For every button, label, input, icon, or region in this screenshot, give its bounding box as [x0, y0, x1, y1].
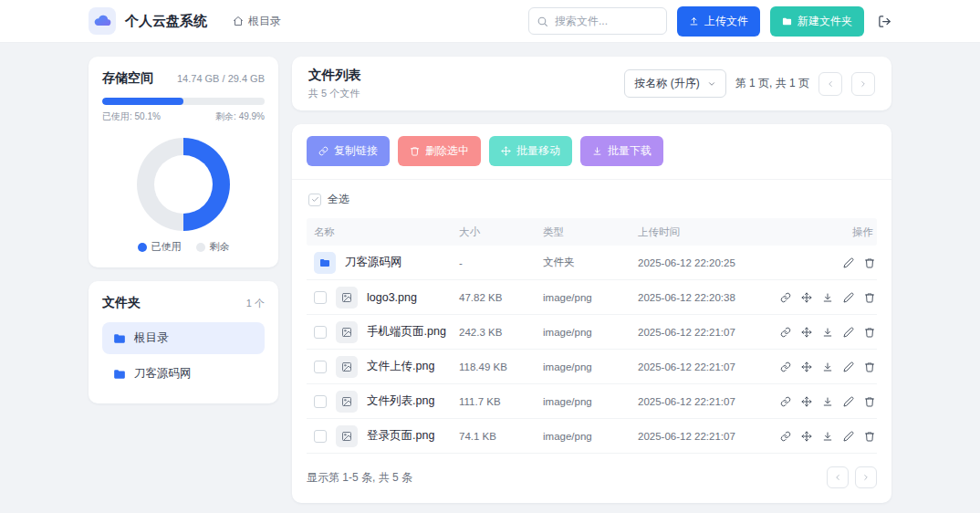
table-row[interactable]: 文件上传.png 118.49 KB image/png 2025-06-12 …: [307, 350, 877, 384]
edit-action-icon[interactable]: [843, 257, 854, 268]
sidebar-folder-item[interactable]: 根目录: [102, 322, 265, 354]
storage-title: 存储空间: [102, 70, 153, 87]
copy-link-action-icon[interactable]: [780, 396, 791, 407]
move-action-icon[interactable]: [801, 361, 812, 372]
legend-used-dot: [138, 243, 147, 252]
sidebar-folder-item[interactable]: 刀客源码网: [102, 358, 265, 390]
search-input[interactable]: [528, 7, 667, 35]
copy-link-button[interactable]: 复制链接: [307, 136, 390, 166]
copy-link-action-icon[interactable]: [780, 327, 791, 338]
row-checkbox[interactable]: [314, 395, 327, 408]
delete-selected-button[interactable]: 删除选中: [398, 136, 481, 166]
table-row[interactable]: 手机端页面.png 242.3 KB image/png 2025-06-12 …: [307, 315, 877, 350]
storage-progress-bar: [102, 98, 265, 105]
file-type: image/png: [543, 396, 638, 407]
row-checkbox[interactable]: [314, 361, 327, 373]
file-name[interactable]: 手机端页面.png: [367, 324, 446, 340]
edit-action-icon[interactable]: [843, 431, 854, 442]
select-all-checkbox[interactable]: [308, 194, 321, 206]
legend-free: 剩余: [196, 240, 230, 254]
table-row[interactable]: 登录页面.png 74.1 KB image/png 2025-06-12 22…: [307, 419, 877, 454]
batch-move-label: 批量移动: [516, 143, 560, 159]
breadcrumb[interactable]: 根目录: [233, 14, 281, 29]
file-name[interactable]: logo3.png: [367, 291, 417, 304]
copy-link-label: 复制链接: [334, 143, 378, 159]
file-type: image/png: [543, 361, 638, 372]
file-size: 242.3 KB: [459, 327, 543, 338]
logout-icon[interactable]: [878, 15, 891, 28]
folder-item-label: 根目录: [134, 330, 169, 346]
table-row[interactable]: 文件列表.png 111.7 KB image/png 2025-06-12 2…: [307, 384, 877, 419]
file-uploaded: 2025-06-12 22:20:25: [638, 257, 793, 268]
breadcrumb-label: 根目录: [248, 14, 281, 29]
pagination-summary: 显示第 1-5 条, 共 5 条: [307, 470, 412, 486]
edit-action-icon[interactable]: [843, 396, 854, 407]
chevron-left-icon: [833, 473, 842, 482]
image-type-icon: [336, 321, 358, 343]
batch-move-button[interactable]: 批量移动: [489, 136, 572, 166]
top-bar: 个人云盘系统 根目录 上传文件 新建文件夹: [0, 0, 980, 43]
delete-action-icon[interactable]: [864, 361, 875, 372]
file-type: image/png: [543, 292, 638, 303]
upload-file-button[interactable]: 上传文件: [677, 6, 760, 37]
download-action-icon[interactable]: [822, 431, 833, 442]
delete-selected-label: 删除选中: [425, 143, 469, 159]
copy-link-action-icon[interactable]: [780, 292, 791, 303]
batch-download-button[interactable]: 批量下载: [580, 136, 663, 166]
folder-type-icon: [314, 252, 336, 274]
file-name[interactable]: 文件列表.png: [367, 393, 434, 409]
prev-page-button-bottom[interactable]: [827, 466, 849, 488]
table-row[interactable]: logo3.png 47.82 KB image/png 2025-06-12 …: [307, 280, 877, 315]
check-icon: [311, 195, 319, 204]
delete-action-icon[interactable]: [864, 327, 875, 338]
move-action-icon[interactable]: [801, 292, 812, 303]
delete-action-icon[interactable]: [864, 292, 875, 303]
chevron-down-icon: [707, 79, 716, 89]
legend-used: 已使用: [138, 240, 182, 254]
delete-action-icon[interactable]: [864, 257, 875, 268]
file-type: image/png: [543, 327, 638, 338]
prev-page-button[interactable]: [818, 72, 842, 96]
move-action-icon[interactable]: [801, 396, 812, 407]
chevron-right-icon: [861, 473, 871, 482]
edit-action-icon[interactable]: [843, 327, 854, 338]
table-row[interactable]: 刀客源码网 - 文件夹 2025-06-12 22:20:25: [307, 246, 877, 280]
file-uploaded: 2025-06-12 22:21:07: [638, 361, 793, 372]
sort-select[interactable]: 按名称 (升序): [624, 69, 725, 98]
chevron-left-icon: [826, 79, 835, 89]
file-name[interactable]: 文件上传.png: [367, 359, 434, 374]
row-checkbox[interactable]: [314, 430, 327, 443]
image-type-icon: [336, 425, 358, 447]
row-checkbox[interactable]: [314, 291, 327, 304]
folder-item-label: 刀客源码网: [134, 366, 192, 382]
move-action-icon[interactable]: [801, 431, 812, 442]
copy-link-action-icon[interactable]: [780, 361, 791, 372]
file-name[interactable]: 刀客源码网: [345, 255, 402, 270]
storage-used-label: 已使用: 50.1%: [102, 110, 161, 123]
next-page-button[interactable]: [851, 72, 875, 96]
file-uploaded: 2025-06-12 22:21:07: [638, 327, 793, 338]
file-list-panel: 复制链接删除选中批量移动批量下载 全选 名称 大小 类型 上传时间 操作: [292, 124, 891, 503]
copy-link-action-icon[interactable]: [780, 431, 791, 442]
delete-action-icon[interactable]: [864, 431, 875, 442]
file-list-title: 文件列表: [308, 67, 361, 84]
download-action-icon[interactable]: [822, 396, 833, 407]
app-title: 个人云盘系统: [125, 13, 207, 30]
download-action-icon[interactable]: [822, 327, 833, 338]
file-name[interactable]: 登录页面.png: [367, 428, 434, 444]
delete-action-icon[interactable]: [864, 396, 875, 407]
file-size: 47.82 KB: [459, 292, 543, 303]
download-action-icon[interactable]: [822, 292, 833, 303]
move-action-icon[interactable]: [801, 327, 812, 338]
select-all-row: 全选: [307, 180, 877, 218]
storage-donut-chart: [137, 138, 230, 231]
edit-action-icon[interactable]: [843, 292, 854, 303]
edit-action-icon[interactable]: [843, 361, 854, 372]
upload-icon: [689, 16, 699, 26]
download-action-icon[interactable]: [822, 361, 833, 372]
file-size: 111.7 KB: [459, 396, 543, 407]
next-page-button-bottom[interactable]: [855, 466, 877, 488]
new-folder-button[interactable]: 新建文件夹: [770, 6, 864, 37]
image-type-icon: [336, 287, 358, 309]
row-checkbox[interactable]: [314, 326, 327, 339]
